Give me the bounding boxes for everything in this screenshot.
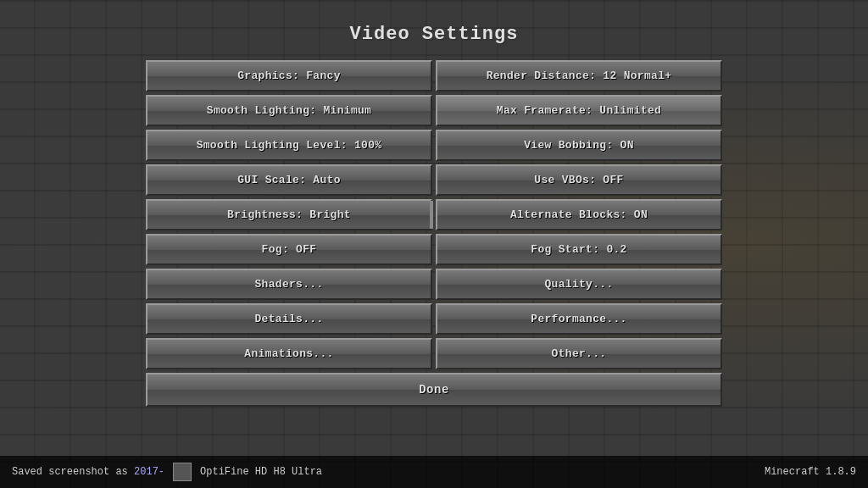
fog-start-button[interactable]: Fog Start: 0.2 bbox=[436, 234, 722, 265]
smooth-lighting-level-button[interactable]: Smooth Lighting Level: 100% bbox=[146, 130, 432, 161]
fog-button[interactable]: Fog: OFF bbox=[146, 234, 432, 265]
brightness-button[interactable]: Brightness: Bright bbox=[146, 199, 432, 230]
view-bobbing-button[interactable]: View Bobbing: ON bbox=[436, 130, 722, 161]
bottom-bar: Saved screenshot as 2017- OptiFine HD H8… bbox=[0, 456, 868, 488]
minecraft-version-label: Minecraft 1.8.9 bbox=[765, 466, 856, 478]
animations-button[interactable]: Animations... bbox=[146, 338, 432, 369]
done-row: Done bbox=[146, 373, 722, 407]
use-vbos-button[interactable]: Use VBOs: OFF bbox=[436, 164, 722, 196]
alternate-blocks-button[interactable]: Alternate Blocks: ON bbox=[436, 199, 722, 230]
max-framerate-button[interactable]: Max Framerate: Unlimited bbox=[436, 95, 722, 126]
bottom-left: Saved screenshot as 2017- OptiFine HD H8… bbox=[12, 463, 322, 481]
graphics-button[interactable]: Graphics: Fancy bbox=[146, 60, 432, 92]
saved-prefix: Saved screenshot as bbox=[12, 466, 134, 478]
done-button[interactable]: Done bbox=[146, 373, 722, 407]
quality-button[interactable]: Quality... bbox=[436, 269, 722, 300]
gui-scale-button[interactable]: GUI Scale: Auto bbox=[146, 164, 432, 196]
page-title: Video Settings bbox=[350, 24, 519, 45]
smooth-lighting-button[interactable]: Smooth Lighting: Minimum bbox=[146, 95, 432, 126]
optifine-label: OptiFine HD H8 Ultra bbox=[200, 466, 322, 478]
settings-grid: Graphics: Fancy Render Distance: 12 Norm… bbox=[146, 60, 722, 369]
bottom-icon bbox=[173, 463, 192, 481]
shaders-button[interactable]: Shaders... bbox=[146, 269, 432, 300]
screenshot-saved-text: Saved screenshot as 2017- bbox=[12, 466, 164, 478]
details-button[interactable]: Details... bbox=[146, 303, 432, 335]
saved-filename: 2017- bbox=[134, 466, 164, 478]
performance-button[interactable]: Performance... bbox=[436, 303, 722, 335]
render-distance-button[interactable]: Render Distance: 12 Normal+ bbox=[436, 60, 722, 92]
settings-container: Video Settings Graphics: Fancy Render Di… bbox=[0, 0, 868, 407]
other-button[interactable]: Other... bbox=[436, 338, 722, 369]
